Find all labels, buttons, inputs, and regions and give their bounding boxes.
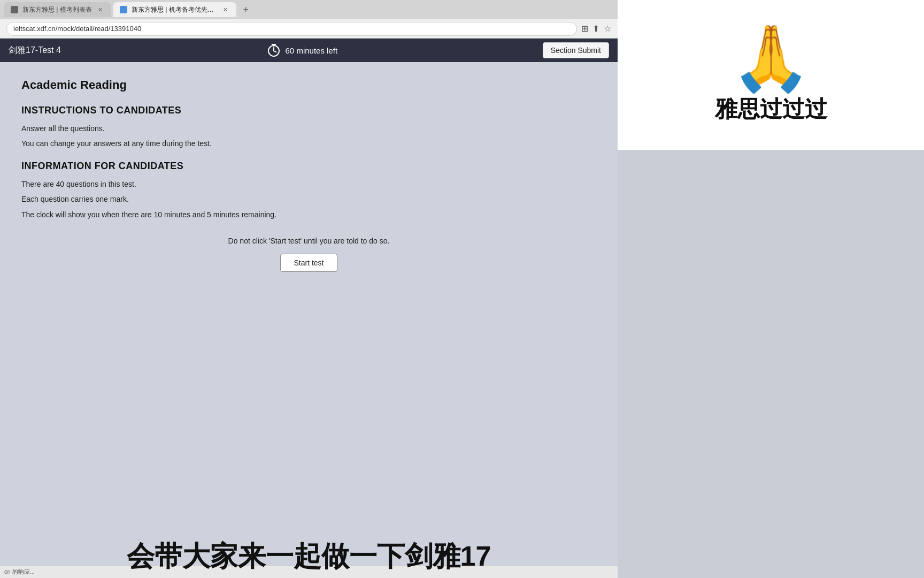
tab-2-label: 新东方雅思 | 机考备考优先，模拟...	[132, 5, 217, 14]
chinese-subtitle-text: 会带大家来一起做一下剑雅17	[127, 538, 491, 575]
chinese-subtitle-bar: 会带大家来一起做一下剑雅17	[0, 535, 618, 578]
tab-1-close[interactable]: ✕	[96, 5, 105, 14]
info-line-1: There are 40 questions in this test.	[21, 178, 596, 190]
test-title: 剑雅17-Test 4	[9, 45, 61, 56]
test-navbar: 剑雅17-Test 4 60 minutes left Section Subm…	[0, 39, 618, 62]
bookmark-icon[interactable]: ☆	[604, 24, 611, 34]
new-tab-button[interactable]: +	[238, 2, 253, 17]
notice-text: Do not click 'Start test' until you are …	[21, 237, 596, 245]
praying-hands-emoji: 🙏	[731, 26, 811, 90]
start-test-button[interactable]: Start test	[280, 254, 337, 272]
info-heading: INFORMATION FOR CANDIDATES	[21, 161, 596, 172]
url-input[interactable]	[6, 22, 577, 36]
timer-text: 60 minutes left	[286, 46, 338, 55]
tab-2-close[interactable]: ✕	[221, 5, 230, 14]
right-sidebar: 🙏 雅思过过过	[618, 0, 924, 150]
section-submit-button[interactable]: Section Submit	[543, 42, 609, 58]
translate-icon[interactable]: ⊞	[581, 24, 588, 34]
timer-area: 60 minutes left	[266, 43, 338, 58]
address-bar: ⊞ ⬆ ☆	[0, 19, 618, 39]
info-line-3: The clock will show you when there are 1…	[21, 209, 596, 220]
sidebar-chinese-text: 雅思过过过	[715, 94, 827, 124]
main-content: Academic Reading INSTRUCTIONS TO CANDIDA…	[0, 62, 618, 578]
tab-1[interactable]: 新东方雅思 | 模考列表表 ✕	[4, 2, 111, 17]
browser-chrome: 新东方雅思 | 模考列表表 ✕ 新东方雅思 | 机考备考优先，模拟... ✕ +…	[0, 0, 618, 39]
instruction-line-2: You can change your answers at any time …	[21, 138, 596, 149]
page-title: Academic Reading	[21, 78, 596, 92]
tab-1-favicon	[11, 6, 18, 13]
tab-1-label: 新东方雅思 | 模考列表表	[22, 5, 92, 14]
instruction-line-1: Answer all the questions.	[21, 123, 596, 134]
timer-icon	[266, 43, 281, 58]
tab-bar: 新东方雅思 | 模考列表表 ✕ 新东方雅思 | 机考备考优先，模拟... ✕ +	[0, 0, 618, 19]
right-bottom-area	[618, 150, 924, 578]
share-icon[interactable]: ⬆	[592, 24, 599, 34]
tab-2[interactable]: 新东方雅思 | 机考备考优先，模拟... ✕	[113, 2, 236, 17]
address-bar-icons: ⊞ ⬆ ☆	[581, 24, 611, 34]
tab-2-favicon	[120, 6, 127, 13]
instructions-heading: INSTRUCTIONS TO CANDIDATES	[21, 105, 596, 116]
info-line-2: Each question carries one mark.	[21, 193, 596, 205]
sidebar-image-area: 🙏 雅思过过过	[618, 0, 924, 150]
